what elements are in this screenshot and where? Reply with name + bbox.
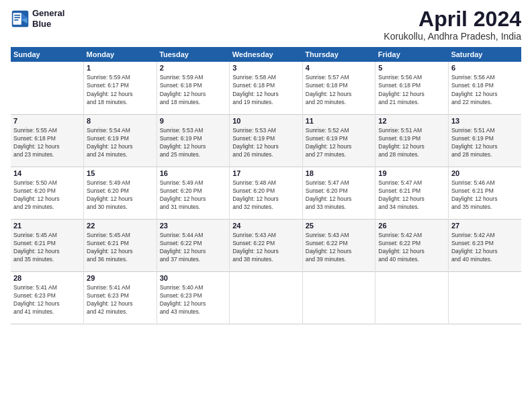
- day-cell: 26Sunrise: 5:42 AM Sunset: 6:22 PM Dayli…: [375, 219, 449, 271]
- day-number: 20: [451, 169, 519, 177]
- day-cell: 25Sunrise: 5:43 AM Sunset: 6:22 PM Dayli…: [302, 219, 375, 271]
- day-cell: 27Sunrise: 5:42 AM Sunset: 6:23 PM Dayli…: [448, 219, 521, 271]
- logo-text: General Blue: [32, 8, 64, 29]
- day-info: Sunrise: 5:52 AM Sunset: 6:19 PM Dayligh…: [306, 126, 373, 159]
- day-number: 11: [306, 117, 373, 125]
- day-cell: 17Sunrise: 5:48 AM Sunset: 6:20 PM Dayli…: [230, 167, 303, 219]
- month-title: April 2024: [384, 8, 521, 30]
- day-number: 30: [160, 274, 227, 282]
- day-cell: 11Sunrise: 5:52 AM Sunset: 6:19 PM Dayli…: [302, 114, 375, 167]
- day-info: Sunrise: 5:53 AM Sunset: 6:19 PM Dayligh…: [232, 126, 300, 159]
- day-number: 17: [232, 169, 300, 177]
- day-cell: 15Sunrise: 5:49 AM Sunset: 6:20 PM Dayli…: [84, 167, 157, 219]
- header-cell-saturday: Saturday: [448, 47, 521, 62]
- day-number: 8: [87, 117, 154, 125]
- day-number: 5: [378, 64, 445, 72]
- day-info: Sunrise: 5:45 AM Sunset: 6:21 PM Dayligh…: [87, 231, 154, 264]
- day-cell: 10Sunrise: 5:53 AM Sunset: 6:19 PM Dayli…: [230, 114, 303, 167]
- day-number: 3: [232, 64, 300, 72]
- day-number: 26: [378, 222, 445, 230]
- day-info: Sunrise: 5:43 AM Sunset: 6:22 PM Dayligh…: [306, 231, 373, 264]
- day-number: 15: [87, 169, 154, 177]
- logo-icon: [11, 9, 30, 28]
- day-number: 18: [306, 169, 373, 177]
- day-cell: 16Sunrise: 5:49 AM Sunset: 6:20 PM Dayli…: [157, 167, 230, 219]
- day-info: Sunrise: 5:54 AM Sunset: 6:19 PM Dayligh…: [87, 126, 154, 159]
- svg-rect-5: [14, 17, 20, 18]
- day-number: 29: [87, 274, 154, 282]
- day-number: 1: [87, 64, 154, 72]
- header-cell-friday: Friday: [375, 47, 449, 62]
- svg-rect-6: [14, 19, 18, 20]
- day-number: 7: [13, 117, 81, 125]
- day-info: Sunrise: 5:47 AM Sunset: 6:20 PM Dayligh…: [306, 179, 373, 212]
- header-cell-thursday: Thursday: [302, 47, 375, 62]
- day-cell: 12Sunrise: 5:51 AM Sunset: 6:19 PM Dayli…: [375, 114, 449, 167]
- day-info: Sunrise: 5:44 AM Sunset: 6:22 PM Dayligh…: [160, 231, 227, 264]
- day-cell: 23Sunrise: 5:44 AM Sunset: 6:22 PM Dayli…: [157, 219, 230, 271]
- day-cell: 24Sunrise: 5:43 AM Sunset: 6:22 PM Dayli…: [230, 219, 303, 271]
- day-info: Sunrise: 5:56 AM Sunset: 6:18 PM Dayligh…: [451, 73, 519, 106]
- day-number: 23: [160, 222, 227, 230]
- day-info: Sunrise: 5:49 AM Sunset: 6:20 PM Dayligh…: [87, 179, 154, 212]
- day-info: Sunrise: 5:41 AM Sunset: 6:23 PM Dayligh…: [87, 283, 154, 316]
- day-info: Sunrise: 5:56 AM Sunset: 6:18 PM Dayligh…: [378, 73, 445, 106]
- location: Korukollu, Andhra Pradesh, India: [384, 31, 521, 42]
- day-cell: 6Sunrise: 5:56 AM Sunset: 6:18 PM Daylig…: [448, 62, 521, 114]
- day-info: Sunrise: 5:41 AM Sunset: 6:23 PM Dayligh…: [13, 283, 81, 316]
- day-cell: [448, 271, 521, 324]
- week-row-0: 1Sunrise: 5:59 AM Sunset: 6:17 PM Daylig…: [11, 62, 521, 114]
- day-cell: 20Sunrise: 5:46 AM Sunset: 6:21 PM Dayli…: [448, 167, 521, 219]
- day-info: Sunrise: 5:57 AM Sunset: 6:18 PM Dayligh…: [306, 73, 373, 106]
- day-number: 13: [451, 117, 519, 125]
- day-number: 9: [160, 117, 227, 125]
- day-info: Sunrise: 5:59 AM Sunset: 6:17 PM Dayligh…: [87, 73, 154, 106]
- calendar-body: 1Sunrise: 5:59 AM Sunset: 6:17 PM Daylig…: [11, 62, 521, 324]
- day-number: 4: [306, 64, 373, 72]
- day-cell: 7Sunrise: 5:55 AM Sunset: 6:18 PM Daylig…: [11, 114, 84, 167]
- header-cell-monday: Monday: [84, 47, 157, 62]
- day-cell: 28Sunrise: 5:41 AM Sunset: 6:23 PM Dayli…: [11, 271, 84, 324]
- page: General Blue April 2024 Korukollu, Andhr…: [0, 0, 532, 411]
- day-cell: 2Sunrise: 5:59 AM Sunset: 6:18 PM Daylig…: [157, 62, 230, 114]
- header-row: SundayMondayTuesdayWednesdayThursdayFrid…: [11, 47, 521, 62]
- day-number: 22: [87, 222, 154, 230]
- day-info: Sunrise: 5:55 AM Sunset: 6:18 PM Dayligh…: [13, 126, 81, 159]
- day-info: Sunrise: 5:59 AM Sunset: 6:18 PM Dayligh…: [160, 73, 227, 106]
- day-cell: 4Sunrise: 5:57 AM Sunset: 6:18 PM Daylig…: [302, 62, 375, 114]
- day-cell: 3Sunrise: 5:58 AM Sunset: 6:18 PM Daylig…: [230, 62, 303, 114]
- day-info: Sunrise: 5:46 AM Sunset: 6:21 PM Dayligh…: [451, 179, 519, 212]
- day-cell: [302, 271, 375, 324]
- day-info: Sunrise: 5:50 AM Sunset: 6:20 PM Dayligh…: [13, 179, 81, 212]
- day-cell: [11, 62, 84, 114]
- day-number: 6: [451, 64, 519, 72]
- day-cell: [375, 271, 449, 324]
- day-info: Sunrise: 5:45 AM Sunset: 6:21 PM Dayligh…: [13, 231, 81, 264]
- day-cell: 8Sunrise: 5:54 AM Sunset: 6:19 PM Daylig…: [84, 114, 157, 167]
- day-info: Sunrise: 5:42 AM Sunset: 6:23 PM Dayligh…: [451, 231, 519, 264]
- header: General Blue April 2024 Korukollu, Andhr…: [11, 8, 521, 42]
- day-number: 25: [306, 222, 373, 230]
- week-row-1: 7Sunrise: 5:55 AM Sunset: 6:18 PM Daylig…: [11, 114, 521, 167]
- day-cell: 29Sunrise: 5:41 AM Sunset: 6:23 PM Dayli…: [84, 271, 157, 324]
- day-cell: 22Sunrise: 5:45 AM Sunset: 6:21 PM Dayli…: [84, 219, 157, 271]
- calendar-table: SundayMondayTuesdayWednesdayThursdayFrid…: [11, 47, 521, 324]
- header-cell-wednesday: Wednesday: [230, 47, 303, 62]
- day-number: 2: [160, 64, 227, 72]
- week-row-2: 14Sunrise: 5:50 AM Sunset: 6:20 PM Dayli…: [11, 167, 521, 219]
- day-number: 16: [160, 169, 227, 177]
- day-cell: 13Sunrise: 5:51 AM Sunset: 6:19 PM Dayli…: [448, 114, 521, 167]
- day-cell: 18Sunrise: 5:47 AM Sunset: 6:20 PM Dayli…: [302, 167, 375, 219]
- title-block: April 2024 Korukollu, Andhra Pradesh, In…: [384, 8, 521, 42]
- day-number: 19: [378, 169, 445, 177]
- day-info: Sunrise: 5:48 AM Sunset: 6:20 PM Dayligh…: [232, 179, 300, 212]
- header-cell-sunday: Sunday: [11, 47, 84, 62]
- day-cell: 5Sunrise: 5:56 AM Sunset: 6:18 PM Daylig…: [375, 62, 449, 114]
- day-number: 14: [13, 169, 81, 177]
- day-info: Sunrise: 5:53 AM Sunset: 6:19 PM Dayligh…: [160, 126, 227, 159]
- day-cell: 21Sunrise: 5:45 AM Sunset: 6:21 PM Dayli…: [11, 219, 84, 271]
- week-row-4: 28Sunrise: 5:41 AM Sunset: 6:23 PM Dayli…: [11, 271, 521, 324]
- day-cell: 19Sunrise: 5:47 AM Sunset: 6:21 PM Dayli…: [375, 167, 449, 219]
- day-info: Sunrise: 5:42 AM Sunset: 6:22 PM Dayligh…: [378, 231, 445, 264]
- day-info: Sunrise: 5:51 AM Sunset: 6:19 PM Dayligh…: [378, 126, 445, 159]
